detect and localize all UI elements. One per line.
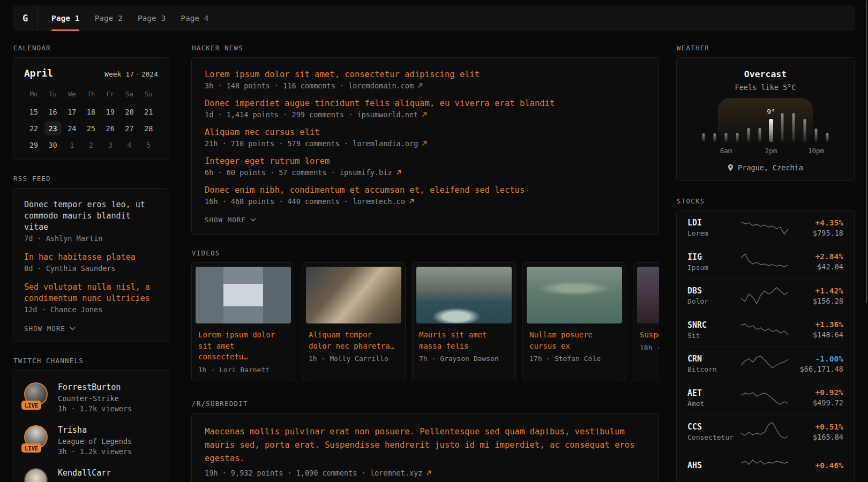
video-card[interactable]: Mauris sit amet massa felis 7h · Grayson… [412, 262, 516, 381]
stock-row-crn[interactable]: CRN Bitcorn -1.00% $66,171.48 [687, 347, 843, 381]
stock-ticker: SNRC [687, 320, 740, 330]
calendar-day-next-month: 1 [62, 137, 81, 153]
stock-id: SNRC Sit [687, 320, 740, 340]
middle-column: HACKER NEWS Lorem ipsum dolor sit amet, … [191, 31, 659, 482]
stock-change: +0.51% [789, 423, 843, 431]
twitch-channel-trisha[interactable]: LIVE Trisha League of Legends 3h · 1.2k … [24, 425, 158, 456]
external-link-icon[interactable] [396, 170, 401, 175]
weather-location: Prague, Czechia [738, 163, 803, 172]
hn-story-title[interactable]: Donec imperdiet augue tincidunt felis al… [205, 99, 646, 108]
stock-row-ldi[interactable]: LDI Lorem +4.35% $795.18 [687, 211, 843, 245]
hn-story-meta-text: 3h · 148 points · 116 comments · loremdo… [205, 81, 414, 90]
weekday-label: We [62, 86, 81, 103]
rss-item-meta: 12d · Chance Jones [24, 305, 158, 314]
stock-row-ccs[interactable]: CCS Consectetur +0.51% $165.84 [687, 415, 843, 449]
stocks-widget-label: STOCKS [677, 197, 855, 205]
scrollbar-thumb[interactable] [866, 0, 867, 303]
tab-page-2[interactable]: Page 2 [94, 5, 122, 31]
stock-row-dbs[interactable]: DBS Dolor +1.42% $156.28 [687, 279, 843, 313]
video-card[interactable]: Nullam posuere cursus ex 17h · Stefan Co… [522, 262, 626, 381]
calendar-day: 16 [43, 103, 63, 120]
stock-row-ahs[interactable]: AHS +0.46% [687, 449, 843, 482]
external-link-icon[interactable] [426, 470, 431, 476]
calendar-month: April [24, 67, 53, 79]
stock-price: $499.72 [789, 398, 843, 407]
video-card[interactable]: Aliquam tempor dolor nec pharetra… 1h · … [302, 262, 406, 381]
weather-condition: Overcast [687, 69, 843, 79]
video-card[interactable]: Suspendisse diam 18h · Tara [633, 262, 659, 381]
stock-row-aet[interactable]: AET Amet +0.92% $499.72 [687, 381, 843, 416]
calendar-day: 17 [62, 103, 81, 120]
stock-values: +1.36% $148.64 [789, 320, 843, 339]
video-title[interactable]: Aliquam tempor dolor nec pharetra… [306, 329, 401, 351]
twitch-channel-meta: 3h · 1.2k viewers [58, 447, 132, 456]
rss-show-more-label: SHOW MORE [24, 325, 65, 333]
calendar-day: 27 [120, 120, 139, 137]
calendar-day: 21 [139, 103, 158, 120]
hn-story-title[interactable]: Aliquam nec cursus elit [205, 127, 646, 137]
stock-id: AHS [687, 461, 740, 472]
calendar-year: 2024 [141, 70, 158, 78]
video-title[interactable]: Lorem ipsum dolor sit amet consectetu… [196, 329, 291, 363]
video-card[interactable]: Lorem ipsum dolor sit amet consectetu… 1… [191, 262, 295, 381]
weather-bar [792, 113, 795, 142]
stock-price: $148.64 [789, 330, 843, 339]
hn-story-meta-text: 6h · 60 points · 57 comments · ipsumify.… [205, 168, 392, 177]
stock-sparkline [740, 456, 789, 476]
daytime-highlight [718, 98, 813, 143]
tab-page-4[interactable]: Page 4 [181, 5, 208, 31]
hn-story-title[interactable]: Lorem ipsum dolor sit amet, consectetur … [205, 70, 646, 79]
video-title[interactable]: Nullam posuere cursus ex [527, 329, 622, 351]
weather-feels-like: Feels like 5°C [687, 83, 843, 92]
video-title[interactable]: Suspendisse diam [637, 329, 659, 341]
hn-story-meta: 21h · 710 points · 579 comments · loreml… [205, 139, 646, 148]
stock-ticker: IIG [687, 252, 740, 262]
external-link-icon[interactable] [422, 141, 427, 146]
hn-story-title[interactable]: Donec enim nibh, condimentum et accumsan… [205, 185, 646, 195]
calendar-day-next-month: 5 [139, 137, 158, 153]
stock-id: IIG Ipsum [687, 252, 740, 272]
video-thumbnail [637, 267, 659, 323]
stock-change: +4.35% [789, 219, 843, 227]
weather-bar [747, 128, 750, 142]
rss-card: Donec tempor eros leo, ut commodo mauris… [13, 188, 169, 342]
stock-change: +1.42% [789, 287, 843, 295]
weather-time-tick: 6am [720, 147, 732, 155]
hn-story-title[interactable]: Integer eget rutrum lorem [205, 156, 646, 166]
external-link-icon[interactable] [417, 83, 423, 88]
stock-change: +0.46% [789, 461, 843, 470]
video-meta: 1h · Lori Barnett [196, 366, 291, 374]
video-meta: 17h · Stefan Cole [527, 355, 622, 363]
reddit-post-title[interactable]: Maecenas mollis pulvinar erat non posuer… [205, 425, 646, 465]
external-link-icon[interactable] [409, 199, 414, 204]
weekday-label: Tu [43, 86, 63, 103]
tab-page-3[interactable]: Page 3 [138, 5, 166, 31]
scrollbar-track[interactable] [866, 0, 867, 482]
twitch-channel-meta: 1h · 1.7k viewers [58, 404, 132, 413]
rss-item-title[interactable]: Donec tempor eros leo, ut commodo mauris… [24, 199, 158, 233]
live-badge: LIVE [21, 443, 41, 453]
weather-bar [702, 133, 705, 142]
stock-row-snrc[interactable]: SNRC Sit +1.36% $148.64 [687, 313, 843, 348]
rss-show-more-button[interactable]: SHOW MORE [24, 325, 76, 333]
rss-item-title[interactable]: In hac habitasse platea [24, 252, 158, 263]
rss-item-title[interactable]: Sed volutpat nulla nisl, a condimentum n… [24, 282, 158, 304]
stock-name: Consectetur [687, 433, 740, 441]
video-title[interactable]: Mauris sit amet massa felis [416, 329, 512, 351]
calendar-day: 18 [81, 103, 101, 120]
hn-show-more-button[interactable]: SHOW MORE [205, 216, 256, 224]
weather-bar [804, 119, 806, 142]
twitch-channel-info: KendallCarr [58, 468, 111, 482]
weather-bar [769, 119, 773, 142]
twitch-channel-game: Counter-Strike [58, 394, 132, 403]
twitch-channel-kendallcarr[interactable]: KendallCarr [24, 468, 158, 482]
calendar-day: 15 [24, 103, 43, 120]
stock-row-iig[interactable]: IIG Ipsum +2.84% $42.04 [687, 245, 843, 280]
tab-page-1[interactable]: Page 1 [51, 5, 79, 31]
twitch-card: LIVE ForrestBurton Counter-Strike 1h · 1… [13, 370, 169, 482]
reddit-widget-label: /R/SUBREDDIT [192, 400, 659, 408]
twitch-channel-forrestburton[interactable]: LIVE ForrestBurton Counter-Strike 1h · 1… [24, 382, 158, 413]
external-link-icon[interactable] [422, 112, 427, 117]
avatar [24, 468, 48, 482]
avatar-wrap [24, 468, 49, 482]
